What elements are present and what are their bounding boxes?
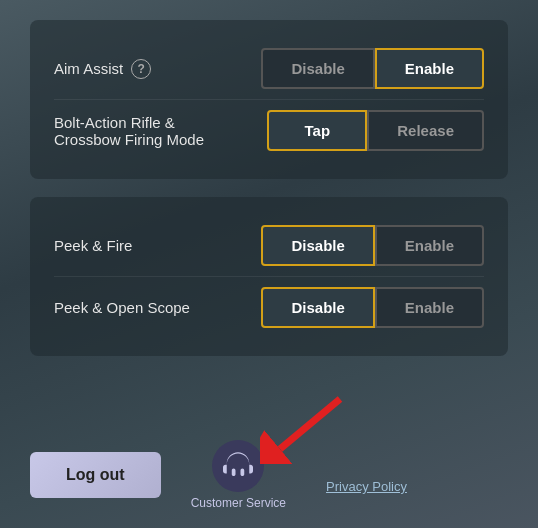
peek-fire-disable-btn[interactable]: Disable — [261, 225, 374, 266]
section-aim: Aim Assist ? Disable Enable Bolt-Action … — [30, 20, 508, 179]
aim-assist-text: Aim Assist — [54, 60, 123, 77]
bolt-action-line2: Crossbow Firing Mode — [54, 131, 204, 148]
aim-assist-label: Aim Assist ? — [54, 59, 261, 79]
peek-scope-label: Peek & Open Scope — [54, 299, 261, 316]
peek-scope-btn-group: Disable Enable — [261, 287, 484, 328]
logout-button[interactable]: Log out — [30, 452, 161, 498]
peek-scope-enable-btn[interactable]: Enable — [375, 287, 484, 328]
customer-service-icon — [212, 440, 264, 492]
aim-assist-enable-btn[interactable]: Enable — [375, 48, 484, 89]
peek-fire-text: Peek & Fire — [54, 237, 132, 254]
bolt-action-tap-btn[interactable]: Tap — [267, 110, 367, 151]
peek-scope-disable-btn[interactable]: Disable — [261, 287, 374, 328]
peek-fire-row: Peek & Fire Disable Enable — [54, 215, 484, 276]
peek-scope-row: Peek & Open Scope Disable Enable — [54, 276, 484, 338]
privacy-policy-link[interactable]: Privacy Policy — [326, 479, 407, 510]
aim-assist-btn-group: Disable Enable — [261, 48, 484, 89]
bolt-action-row: Bolt-Action Rifle & Crossbow Firing Mode… — [54, 99, 484, 161]
peek-scope-text: Peek & Open Scope — [54, 299, 190, 316]
bolt-action-text: Bolt-Action Rifle & Crossbow Firing Mode — [54, 114, 204, 148]
peek-fire-enable-btn[interactable]: Enable — [375, 225, 484, 266]
aim-assist-disable-btn[interactable]: Disable — [261, 48, 374, 89]
bolt-action-label: Bolt-Action Rifle & Crossbow Firing Mode — [54, 114, 267, 148]
section-peek: Peek & Fire Disable Enable Peek & Open S… — [30, 197, 508, 356]
peek-fire-btn-group: Disable Enable — [261, 225, 484, 266]
bolt-action-btn-group: Tap Release — [267, 110, 484, 151]
bolt-action-release-btn[interactable]: Release — [367, 110, 484, 151]
arrow-indicator — [260, 394, 350, 468]
aim-assist-help-icon[interactable]: ? — [131, 59, 151, 79]
aim-assist-row: Aim Assist ? Disable Enable — [54, 38, 484, 99]
peek-fire-label: Peek & Fire — [54, 237, 261, 254]
svg-line-1 — [280, 399, 340, 449]
customer-service-label: Customer Service — [191, 496, 286, 510]
settings-content: Aim Assist ? Disable Enable Bolt-Action … — [0, 0, 538, 394]
headset-icon — [223, 451, 253, 481]
bolt-action-line1: Bolt-Action Rifle & — [54, 114, 175, 131]
